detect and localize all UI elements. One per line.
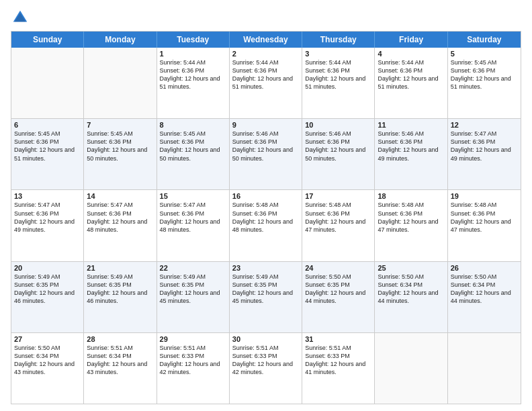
day-cell-13: 13Sunrise: 5:47 AM Sunset: 6:36 PM Dayli… xyxy=(11,190,84,261)
day-cell-19: 19Sunrise: 5:48 AM Sunset: 6:36 PM Dayli… xyxy=(448,190,521,261)
day-info: Sunrise: 5:48 AM Sunset: 6:36 PM Dayligh… xyxy=(305,201,371,234)
empty-cell xyxy=(84,48,157,118)
day-info: Sunrise: 5:47 AM Sunset: 6:36 PM Dayligh… xyxy=(160,201,226,234)
day-cell-5: 5Sunrise: 5:45 AM Sunset: 6:36 PM Daylig… xyxy=(448,48,521,118)
day-info: Sunrise: 5:44 AM Sunset: 6:36 PM Dayligh… xyxy=(305,58,371,91)
calendar: SundayMondayTuesdayWednesdayThursdayFrid… xyxy=(11,31,521,404)
header-day-saturday: Saturday xyxy=(448,32,521,48)
day-cell-22: 22Sunrise: 5:49 AM Sunset: 6:35 PM Dayli… xyxy=(157,262,230,332)
day-cell-31: 31Sunrise: 5:51 AM Sunset: 6:33 PM Dayli… xyxy=(302,333,375,404)
day-info: Sunrise: 5:45 AM Sunset: 6:36 PM Dayligh… xyxy=(451,58,518,91)
day-number: 17 xyxy=(305,192,371,200)
week-row-1: 1Sunrise: 5:44 AM Sunset: 6:36 PM Daylig… xyxy=(11,48,521,119)
day-info: Sunrise: 5:45 AM Sunset: 6:36 PM Dayligh… xyxy=(160,130,226,163)
day-cell-16: 16Sunrise: 5:48 AM Sunset: 6:36 PM Dayli… xyxy=(230,190,302,261)
day-cell-24: 24Sunrise: 5:50 AM Sunset: 6:35 PM Dayli… xyxy=(302,262,375,332)
day-info: Sunrise: 5:50 AM Sunset: 6:34 PM Dayligh… xyxy=(378,273,444,306)
day-info: Sunrise: 5:49 AM Sunset: 6:35 PM Dayligh… xyxy=(232,273,299,306)
day-number: 14 xyxy=(87,192,153,200)
day-cell-2: 2Sunrise: 5:44 AM Sunset: 6:36 PM Daylig… xyxy=(230,48,302,118)
day-number: 20 xyxy=(14,264,81,272)
day-number: 13 xyxy=(14,192,81,200)
page: SundayMondayTuesdayWednesdayThursdayFrid… xyxy=(0,0,532,411)
day-number: 18 xyxy=(378,192,444,200)
header-day-wednesday: Wednesday xyxy=(230,32,302,48)
header xyxy=(11,8,521,27)
day-cell-21: 21Sunrise: 5:49 AM Sunset: 6:35 PM Dayli… xyxy=(84,262,157,332)
day-info: Sunrise: 5:44 AM Sunset: 6:36 PM Dayligh… xyxy=(160,58,226,91)
day-number: 25 xyxy=(378,264,444,272)
week-row-2: 6Sunrise: 5:45 AM Sunset: 6:36 PM Daylig… xyxy=(11,119,521,190)
day-cell-12: 12Sunrise: 5:47 AM Sunset: 6:36 PM Dayli… xyxy=(448,119,521,189)
week-row-3: 13Sunrise: 5:47 AM Sunset: 6:36 PM Dayli… xyxy=(11,190,521,261)
day-number: 1 xyxy=(160,50,226,58)
day-info: Sunrise: 5:44 AM Sunset: 6:36 PM Dayligh… xyxy=(232,58,299,91)
day-number: 11 xyxy=(378,121,444,129)
day-cell-1: 1Sunrise: 5:44 AM Sunset: 6:36 PM Daylig… xyxy=(157,48,230,118)
day-number: 26 xyxy=(451,264,518,272)
day-number: 9 xyxy=(232,121,299,129)
day-cell-8: 8Sunrise: 5:45 AM Sunset: 6:36 PM Daylig… xyxy=(157,119,230,189)
empty-cell xyxy=(11,48,84,118)
header-day-friday: Friday xyxy=(375,32,447,48)
day-info: Sunrise: 5:45 AM Sunset: 6:36 PM Dayligh… xyxy=(14,130,81,163)
day-cell-9: 9Sunrise: 5:46 AM Sunset: 6:36 PM Daylig… xyxy=(230,119,302,189)
day-cell-7: 7Sunrise: 5:45 AM Sunset: 6:36 PM Daylig… xyxy=(84,119,157,189)
day-info: Sunrise: 5:45 AM Sunset: 6:36 PM Dayligh… xyxy=(87,130,153,163)
day-info: Sunrise: 5:48 AM Sunset: 6:36 PM Dayligh… xyxy=(451,201,518,234)
empty-cell xyxy=(448,333,521,404)
day-number: 10 xyxy=(305,121,371,129)
day-number: 4 xyxy=(378,50,444,58)
day-info: Sunrise: 5:47 AM Sunset: 6:36 PM Dayligh… xyxy=(451,130,518,163)
day-cell-17: 17Sunrise: 5:48 AM Sunset: 6:36 PM Dayli… xyxy=(302,190,375,261)
day-cell-3: 3Sunrise: 5:44 AM Sunset: 6:36 PM Daylig… xyxy=(302,48,375,118)
day-cell-27: 27Sunrise: 5:50 AM Sunset: 6:34 PM Dayli… xyxy=(11,333,84,404)
day-number: 7 xyxy=(87,121,153,129)
day-info: Sunrise: 5:44 AM Sunset: 6:36 PM Dayligh… xyxy=(378,58,444,91)
day-number: 31 xyxy=(305,335,371,343)
day-info: Sunrise: 5:49 AM Sunset: 6:35 PM Dayligh… xyxy=(14,273,81,306)
day-number: 24 xyxy=(305,264,371,272)
header-day-tuesday: Tuesday xyxy=(157,32,230,48)
day-number: 21 xyxy=(87,264,153,272)
day-info: Sunrise: 5:49 AM Sunset: 6:35 PM Dayligh… xyxy=(87,273,153,306)
day-cell-11: 11Sunrise: 5:46 AM Sunset: 6:36 PM Dayli… xyxy=(375,119,447,189)
day-info: Sunrise: 5:51 AM Sunset: 6:33 PM Dayligh… xyxy=(232,344,299,377)
day-number: 27 xyxy=(14,335,81,343)
header-day-thursday: Thursday xyxy=(302,32,375,48)
day-info: Sunrise: 5:46 AM Sunset: 6:36 PM Dayligh… xyxy=(305,130,371,163)
day-cell-4: 4Sunrise: 5:44 AM Sunset: 6:36 PM Daylig… xyxy=(375,48,447,118)
day-number: 3 xyxy=(305,50,371,58)
day-cell-23: 23Sunrise: 5:49 AM Sunset: 6:35 PM Dayli… xyxy=(230,262,302,332)
day-number: 2 xyxy=(232,50,299,58)
header-day-monday: Monday xyxy=(84,32,157,48)
day-number: 30 xyxy=(232,335,299,343)
day-info: Sunrise: 5:47 AM Sunset: 6:36 PM Dayligh… xyxy=(14,201,81,234)
calendar-body: 1Sunrise: 5:44 AM Sunset: 6:36 PM Daylig… xyxy=(11,48,521,404)
calendar-header-row: SundayMondayTuesdayWednesdayThursdayFrid… xyxy=(11,32,521,48)
day-info: Sunrise: 5:51 AM Sunset: 6:33 PM Dayligh… xyxy=(160,344,226,377)
empty-cell xyxy=(375,333,447,404)
day-number: 22 xyxy=(160,264,226,272)
logo-icon xyxy=(11,8,30,27)
day-cell-29: 29Sunrise: 5:51 AM Sunset: 6:33 PM Dayli… xyxy=(157,333,230,404)
day-info: Sunrise: 5:51 AM Sunset: 6:33 PM Dayligh… xyxy=(305,344,371,377)
day-info: Sunrise: 5:51 AM Sunset: 6:34 PM Dayligh… xyxy=(87,344,153,377)
day-cell-18: 18Sunrise: 5:48 AM Sunset: 6:36 PM Dayli… xyxy=(375,190,447,261)
day-info: Sunrise: 5:46 AM Sunset: 6:36 PM Dayligh… xyxy=(378,130,444,163)
day-info: Sunrise: 5:48 AM Sunset: 6:36 PM Dayligh… xyxy=(232,201,299,234)
day-info: Sunrise: 5:46 AM Sunset: 6:36 PM Dayligh… xyxy=(232,130,299,163)
day-number: 15 xyxy=(160,192,226,200)
day-number: 6 xyxy=(14,121,81,129)
day-cell-28: 28Sunrise: 5:51 AM Sunset: 6:34 PM Dayli… xyxy=(84,333,157,404)
week-row-4: 20Sunrise: 5:49 AM Sunset: 6:35 PM Dayli… xyxy=(11,262,521,333)
day-number: 8 xyxy=(160,121,226,129)
week-row-5: 27Sunrise: 5:50 AM Sunset: 6:34 PM Dayli… xyxy=(11,333,521,404)
day-info: Sunrise: 5:47 AM Sunset: 6:36 PM Dayligh… xyxy=(87,201,153,234)
day-info: Sunrise: 5:49 AM Sunset: 6:35 PM Dayligh… xyxy=(160,273,226,306)
day-info: Sunrise: 5:48 AM Sunset: 6:36 PM Dayligh… xyxy=(378,201,444,234)
day-number: 16 xyxy=(232,192,299,200)
header-day-sunday: Sunday xyxy=(11,32,84,48)
day-cell-15: 15Sunrise: 5:47 AM Sunset: 6:36 PM Dayli… xyxy=(157,190,230,261)
day-cell-20: 20Sunrise: 5:49 AM Sunset: 6:35 PM Dayli… xyxy=(11,262,84,332)
